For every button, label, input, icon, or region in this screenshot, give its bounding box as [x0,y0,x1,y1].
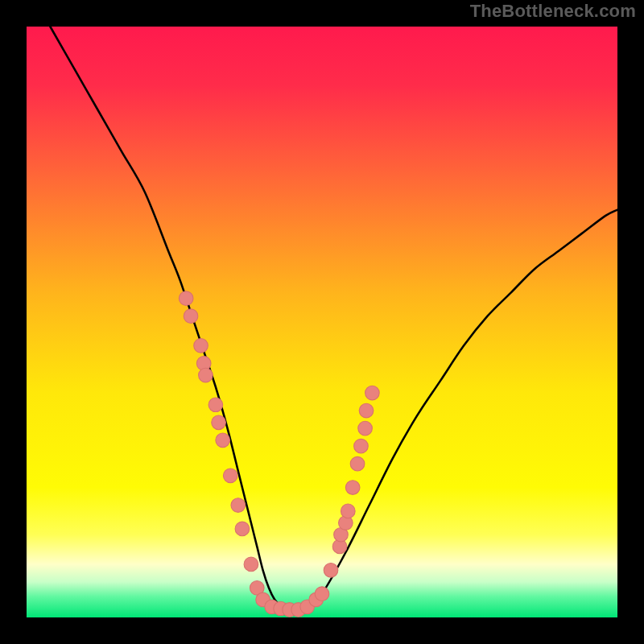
marker-dot [231,498,246,513]
marker-dot [184,309,198,324]
sample-markers [27,27,617,617]
marker-dot [216,433,230,448]
marker-dot [359,403,374,418]
marker-dot [244,557,258,572]
attribution-text: TheBottleneck.com [470,1,636,22]
marker-dot [208,398,223,412]
marker-dot [315,587,329,601]
marker-dot [341,504,355,518]
marker-dot [179,291,193,306]
marker-dot [350,456,365,471]
plot-area [27,27,617,617]
chart-frame: TheBottleneck.com [0,0,644,644]
marker-dot [365,386,380,400]
marker-dot [235,522,250,536]
marker-dot [199,368,213,382]
marker-dot [358,421,373,436]
marker-dot [324,563,338,577]
marker-dot [354,439,369,453]
marker-dot [212,415,226,430]
marker-dot [194,339,208,353]
marker-dot [345,481,360,495]
marker-dot [223,469,237,483]
